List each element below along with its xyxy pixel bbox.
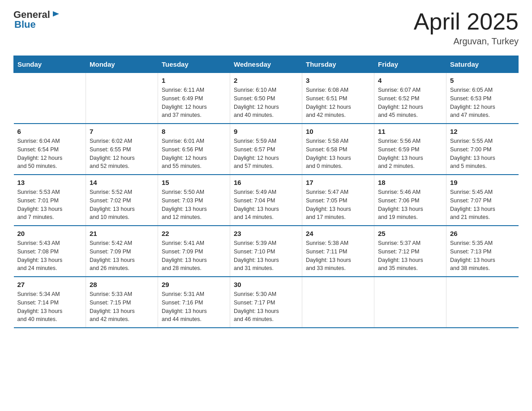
logo: General Blue bbox=[13, 9, 61, 30]
calendar-cell-w4-d4: 23Sunrise: 5:39 AMSunset: 7:10 PMDayligh… bbox=[230, 226, 302, 277]
calendar-cell-w2-d1: 6Sunrise: 6:04 AMSunset: 6:54 PMDaylight… bbox=[14, 124, 86, 175]
day-info: Sunrise: 5:45 AMSunset: 7:07 PMDaylight:… bbox=[450, 188, 515, 222]
day-number: 11 bbox=[378, 128, 442, 135]
day-number: 14 bbox=[90, 179, 154, 186]
week-row-5: 27Sunrise: 5:34 AMSunset: 7:14 PMDayligh… bbox=[14, 277, 519, 328]
day-number: 29 bbox=[162, 281, 226, 288]
calendar-cell-w2-d2: 7Sunrise: 6:02 AMSunset: 6:55 PMDaylight… bbox=[86, 124, 158, 175]
calendar-cell-w4-d6: 25Sunrise: 5:37 AMSunset: 7:12 PMDayligh… bbox=[374, 226, 446, 277]
day-info: Sunrise: 6:11 AMSunset: 6:49 PMDaylight:… bbox=[162, 86, 226, 120]
logo-combined: General Blue bbox=[13, 9, 61, 30]
calendar-cell-w5-d6 bbox=[374, 277, 446, 328]
col-sunday: Sunday bbox=[14, 56, 86, 73]
location-subtitle: Arguvan, Turkey bbox=[414, 36, 519, 47]
day-number: 28 bbox=[90, 281, 154, 288]
day-info: Sunrise: 5:43 AMSunset: 7:08 PMDaylight:… bbox=[17, 239, 82, 273]
title-section: April 2025 Arguvan, Turkey bbox=[414, 9, 519, 47]
week-row-4: 20Sunrise: 5:43 AMSunset: 7:08 PMDayligh… bbox=[14, 226, 519, 277]
day-number: 24 bbox=[306, 230, 370, 237]
calendar-cell-w5-d1: 27Sunrise: 5:34 AMSunset: 7:14 PMDayligh… bbox=[14, 277, 86, 328]
calendar-cell-w2-d7: 12Sunrise: 5:55 AMSunset: 7:00 PMDayligh… bbox=[446, 124, 519, 175]
week-row-1: 1Sunrise: 6:11 AMSunset: 6:49 PMDaylight… bbox=[14, 73, 519, 124]
day-number: 12 bbox=[450, 128, 515, 135]
calendar-cell-w3-d7: 19Sunrise: 5:45 AMSunset: 7:07 PMDayligh… bbox=[446, 175, 519, 226]
day-number: 3 bbox=[306, 77, 370, 84]
month-year-title: April 2025 bbox=[414, 9, 519, 34]
calendar-cell-w2-d5: 10Sunrise: 5:58 AMSunset: 6:58 PMDayligh… bbox=[302, 124, 374, 175]
calendar-cell-w5-d7 bbox=[446, 277, 519, 328]
calendar-cell-w1-d7: 5Sunrise: 6:05 AMSunset: 6:53 PMDaylight… bbox=[446, 73, 519, 124]
calendar-cell-w5-d4: 30Sunrise: 5:30 AMSunset: 7:17 PMDayligh… bbox=[230, 277, 302, 328]
col-friday: Friday bbox=[374, 56, 446, 73]
day-info: Sunrise: 5:49 AMSunset: 7:04 PMDaylight:… bbox=[234, 188, 298, 222]
day-number: 10 bbox=[306, 128, 370, 135]
day-info: Sunrise: 6:04 AMSunset: 6:54 PMDaylight:… bbox=[17, 137, 82, 171]
calendar-header: Sunday Monday Tuesday Wednesday Thursday… bbox=[14, 56, 519, 73]
calendar-cell-w3-d2: 14Sunrise: 5:52 AMSunset: 7:02 PMDayligh… bbox=[86, 175, 158, 226]
day-info: Sunrise: 5:50 AMSunset: 7:03 PMDaylight:… bbox=[162, 188, 226, 222]
calendar-cell-w1-d5: 3Sunrise: 6:08 AMSunset: 6:51 PMDaylight… bbox=[302, 73, 374, 124]
calendar-cell-w4-d1: 20Sunrise: 5:43 AMSunset: 7:08 PMDayligh… bbox=[14, 226, 86, 277]
col-wednesday: Wednesday bbox=[230, 56, 302, 73]
day-info: Sunrise: 5:37 AMSunset: 7:12 PMDaylight:… bbox=[378, 239, 442, 273]
week-row-3: 13Sunrise: 5:53 AMSunset: 7:01 PMDayligh… bbox=[14, 175, 519, 226]
day-number: 5 bbox=[450, 77, 515, 84]
header-row: Sunday Monday Tuesday Wednesday Thursday… bbox=[14, 56, 519, 73]
logo-flag-icon bbox=[51, 10, 61, 20]
day-number: 25 bbox=[378, 230, 442, 237]
day-number: 16 bbox=[234, 179, 298, 186]
day-number: 8 bbox=[162, 128, 226, 135]
day-number: 23 bbox=[234, 230, 298, 237]
calendar-cell-w5-d2: 28Sunrise: 5:33 AMSunset: 7:15 PMDayligh… bbox=[86, 277, 158, 328]
day-number: 4 bbox=[378, 77, 442, 84]
day-info: Sunrise: 5:52 AMSunset: 7:02 PMDaylight:… bbox=[90, 188, 154, 222]
day-number: 15 bbox=[162, 179, 226, 186]
day-number: 26 bbox=[450, 230, 515, 237]
svg-marker-0 bbox=[53, 11, 59, 17]
calendar-cell-w3-d6: 18Sunrise: 5:46 AMSunset: 7:06 PMDayligh… bbox=[374, 175, 446, 226]
day-number: 13 bbox=[17, 179, 82, 186]
day-info: Sunrise: 5:58 AMSunset: 6:58 PMDaylight:… bbox=[306, 137, 370, 171]
day-info: Sunrise: 5:53 AMSunset: 7:01 PMDaylight:… bbox=[17, 188, 82, 222]
day-info: Sunrise: 6:10 AMSunset: 6:50 PMDaylight:… bbox=[234, 86, 298, 120]
calendar-cell-w4-d2: 21Sunrise: 5:42 AMSunset: 7:09 PMDayligh… bbox=[86, 226, 158, 277]
day-info: Sunrise: 5:39 AMSunset: 7:10 PMDaylight:… bbox=[234, 239, 298, 273]
calendar-cell-w5-d5 bbox=[302, 277, 374, 328]
day-info: Sunrise: 5:31 AMSunset: 7:16 PMDaylight:… bbox=[162, 290, 226, 324]
calendar-cell-w4-d3: 22Sunrise: 5:41 AMSunset: 7:09 PMDayligh… bbox=[158, 226, 230, 277]
day-info: Sunrise: 5:38 AMSunset: 7:11 PMDaylight:… bbox=[306, 239, 370, 273]
calendar-cell-w2-d6: 11Sunrise: 5:56 AMSunset: 6:59 PMDayligh… bbox=[374, 124, 446, 175]
day-number: 18 bbox=[378, 179, 442, 186]
day-number: 17 bbox=[306, 179, 370, 186]
day-number: 20 bbox=[17, 230, 82, 237]
calendar-cell-w1-d3: 1Sunrise: 6:11 AMSunset: 6:49 PMDaylight… bbox=[158, 73, 230, 124]
day-info: Sunrise: 6:05 AMSunset: 6:53 PMDaylight:… bbox=[450, 86, 515, 120]
day-number: 30 bbox=[234, 281, 298, 288]
calendar-cell-w3-d4: 16Sunrise: 5:49 AMSunset: 7:04 PMDayligh… bbox=[230, 175, 302, 226]
day-info: Sunrise: 5:56 AMSunset: 6:59 PMDaylight:… bbox=[378, 137, 442, 171]
calendar-cell-w2-d4: 9Sunrise: 5:59 AMSunset: 6:57 PMDaylight… bbox=[230, 124, 302, 175]
logo-blue-text: Blue bbox=[14, 19, 36, 30]
day-info: Sunrise: 6:02 AMSunset: 6:55 PMDaylight:… bbox=[90, 137, 154, 171]
calendar-cell-w1-d1 bbox=[14, 73, 86, 124]
calendar-cell-w4-d5: 24Sunrise: 5:38 AMSunset: 7:11 PMDayligh… bbox=[302, 226, 374, 277]
day-number: 7 bbox=[90, 128, 154, 135]
day-number: 22 bbox=[162, 230, 226, 237]
col-thursday: Thursday bbox=[302, 56, 374, 73]
day-info: Sunrise: 5:30 AMSunset: 7:17 PMDaylight:… bbox=[234, 290, 298, 324]
day-info: Sunrise: 5:42 AMSunset: 7:09 PMDaylight:… bbox=[90, 239, 154, 273]
day-info: Sunrise: 5:46 AMSunset: 7:06 PMDaylight:… bbox=[378, 188, 442, 222]
col-monday: Monday bbox=[86, 56, 158, 73]
day-number: 21 bbox=[90, 230, 154, 237]
calendar-cell-w3-d5: 17Sunrise: 5:47 AMSunset: 7:05 PMDayligh… bbox=[302, 175, 374, 226]
calendar-cell-w4-d7: 26Sunrise: 5:35 AMSunset: 7:13 PMDayligh… bbox=[446, 226, 519, 277]
day-info: Sunrise: 5:33 AMSunset: 7:15 PMDaylight:… bbox=[90, 290, 154, 324]
col-tuesday: Tuesday bbox=[158, 56, 230, 73]
day-number: 9 bbox=[234, 128, 298, 135]
calendar-cell-w3-d3: 15Sunrise: 5:50 AMSunset: 7:03 PMDayligh… bbox=[158, 175, 230, 226]
day-number: 27 bbox=[17, 281, 82, 288]
calendar-cell-w5-d3: 29Sunrise: 5:31 AMSunset: 7:16 PMDayligh… bbox=[158, 277, 230, 328]
day-info: Sunrise: 5:59 AMSunset: 6:57 PMDaylight:… bbox=[234, 137, 298, 171]
calendar-cell-w3-d1: 13Sunrise: 5:53 AMSunset: 7:01 PMDayligh… bbox=[14, 175, 86, 226]
calendar-cell-w1-d4: 2Sunrise: 6:10 AMSunset: 6:50 PMDaylight… bbox=[230, 73, 302, 124]
